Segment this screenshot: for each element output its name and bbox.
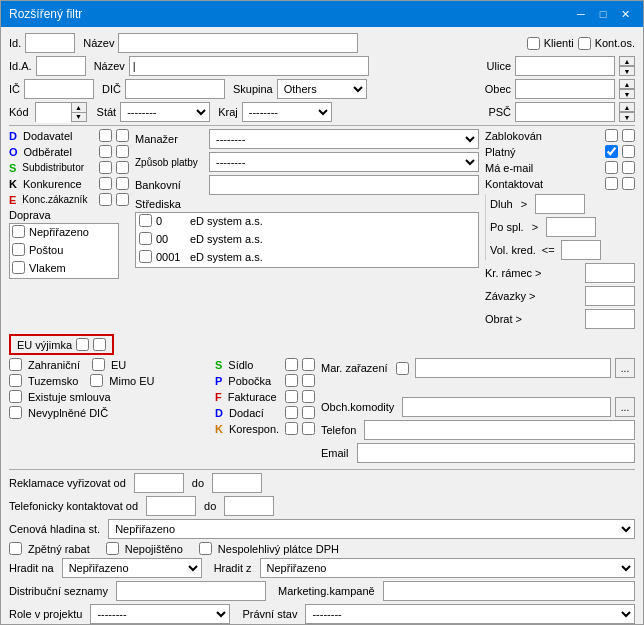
obchkom-btn[interactable]: ...: [615, 397, 635, 417]
psc-spin-up[interactable]: ▲: [619, 102, 635, 112]
obec-spin-down[interactable]: ▼: [619, 89, 635, 99]
odberatel-cb2[interactable]: [116, 145, 129, 158]
dluh-input[interactable]: [535, 194, 585, 214]
telkont-do-input[interactable]: [224, 496, 274, 516]
s0-cb[interactable]: [139, 214, 152, 227]
postou-cb[interactable]: [12, 243, 25, 256]
id-input[interactable]: [25, 33, 75, 53]
fakturace-cb1[interactable]: [285, 390, 298, 403]
psc-spin-down[interactable]: ▼: [619, 112, 635, 122]
sidlo-cb1[interactable]: [285, 358, 298, 371]
konkurence-cb2[interactable]: [116, 177, 129, 190]
marzaz-btn[interactable]: ...: [615, 358, 635, 378]
klienti-checkbox[interactable]: [527, 37, 540, 50]
nevyplnene-cb[interactable]: [9, 406, 22, 419]
zablokovano-cb2[interactable]: [622, 129, 635, 142]
tuzemsko-cb[interactable]: [9, 374, 22, 387]
email-input[interactable]: [357, 443, 635, 463]
neprirazeno-cb[interactable]: [12, 225, 25, 238]
ulice-spin-up[interactable]: ▲: [619, 56, 635, 66]
nespol-cb[interactable]: [199, 542, 212, 555]
ida-input[interactable]: [36, 56, 86, 76]
kod-spinner[interactable]: ▲ ▼: [35, 102, 87, 122]
dodaci-cb1[interactable]: [285, 406, 298, 419]
strediska-listbox[interactable]: 0 eD system a.s. 00 eD system a.s. 0001 …: [135, 212, 479, 268]
platny-cb1[interactable]: [605, 145, 618, 158]
obchkom-input[interactable]: [402, 397, 611, 417]
kontaktovat-cb2[interactable]: [622, 177, 635, 190]
psc-input[interactable]: [515, 102, 615, 122]
eu-cb[interactable]: [92, 358, 105, 371]
subdist-cb2[interactable]: [116, 161, 129, 174]
telefon-input[interactable]: [364, 420, 635, 440]
ic-input[interactable]: [24, 79, 94, 99]
dodaci-cb2[interactable]: [302, 406, 315, 419]
kraj-select[interactable]: --------: [242, 102, 332, 122]
zpetny-cb[interactable]: [9, 542, 22, 555]
s0001-cb[interactable]: [139, 250, 152, 263]
eu-vyjimka-cb2[interactable]: [93, 338, 106, 351]
konkurence-cb1[interactable]: [99, 177, 112, 190]
kod-up[interactable]: ▲: [72, 103, 86, 113]
kod-down[interactable]: ▼: [72, 113, 86, 122]
fakturace-cb2[interactable]: [302, 390, 315, 403]
reklamace-do-input[interactable]: [212, 473, 262, 493]
mktg-input[interactable]: [383, 581, 635, 601]
pobocka-cb2[interactable]: [302, 374, 315, 387]
hradit-select[interactable]: Nepřiřazeno: [62, 558, 202, 578]
ulice-input[interactable]: [515, 56, 615, 76]
obrat-input[interactable]: [585, 309, 635, 329]
maximize-button[interactable]: □: [593, 5, 613, 23]
cenova-select[interactable]: Nepřiřazeno: [108, 519, 635, 539]
pospl-input[interactable]: [546, 217, 596, 237]
hraditz-select[interactable]: Nepřiřazeno: [260, 558, 635, 578]
nazev2-input[interactable]: [129, 56, 369, 76]
telkont-od-input[interactable]: [146, 496, 196, 516]
maemail-cb2[interactable]: [622, 161, 635, 174]
skupina-select[interactable]: Others: [277, 79, 367, 99]
mimoeu-cb[interactable]: [90, 374, 103, 387]
korespon-cb2[interactable]: [302, 422, 315, 435]
obec-spin-up[interactable]: ▲: [619, 79, 635, 89]
obec-input[interactable]: [515, 79, 615, 99]
role-select[interactable]: --------: [90, 604, 230, 624]
zablokovano-cb1[interactable]: [605, 129, 618, 142]
sidlo-cb2[interactable]: [302, 358, 315, 371]
eu-vyjimka-cb1[interactable]: [76, 338, 89, 351]
dodavatel-cb1[interactable]: [99, 129, 112, 142]
pravni-select[interactable]: --------: [305, 604, 635, 624]
doprava-listbox[interactable]: Nepřiřazeno Poštou Vlakem: [9, 223, 119, 279]
existuje-cb[interactable]: [9, 390, 22, 403]
reklamace-od-input[interactable]: [134, 473, 184, 493]
marzaz-input[interactable]: [415, 358, 611, 378]
maemail-cb1[interactable]: [605, 161, 618, 174]
konczak-cb1[interactable]: [99, 193, 112, 206]
kontaktovat-cb1[interactable]: [605, 177, 618, 190]
zavazky-input[interactable]: [585, 286, 635, 306]
platny-cb2[interactable]: [622, 145, 635, 158]
dodavatel-cb2[interactable]: [116, 129, 129, 142]
nepoj-cb[interactable]: [106, 542, 119, 555]
volkred-input[interactable]: [561, 240, 601, 260]
subdist-cb1[interactable]: [99, 161, 112, 174]
stat-select[interactable]: --------: [120, 102, 210, 122]
minimize-button[interactable]: ─: [571, 5, 591, 23]
s00-cb[interactable]: [139, 232, 152, 245]
zahranicni-cb[interactable]: [9, 358, 22, 371]
ulice-spin-down[interactable]: ▼: [619, 66, 635, 76]
kontos-checkbox[interactable]: [578, 37, 591, 50]
zpusob-select[interactable]: --------: [209, 152, 479, 172]
marzaz-cb[interactable]: [396, 362, 409, 375]
dist-input[interactable]: [116, 581, 266, 601]
nazev-input[interactable]: [118, 33, 358, 53]
odberatel-cb1[interactable]: [99, 145, 112, 158]
korespon-cb1[interactable]: [285, 422, 298, 435]
dic-input[interactable]: [125, 79, 225, 99]
kramec-input[interactable]: [585, 263, 635, 283]
vlakem-cb[interactable]: [12, 261, 25, 274]
kod-input[interactable]: [36, 103, 71, 123]
manazer-select[interactable]: --------: [209, 129, 479, 149]
konczak-cb2[interactable]: [116, 193, 129, 206]
pobocka-cb1[interactable]: [285, 374, 298, 387]
close-button[interactable]: ✕: [615, 5, 635, 23]
